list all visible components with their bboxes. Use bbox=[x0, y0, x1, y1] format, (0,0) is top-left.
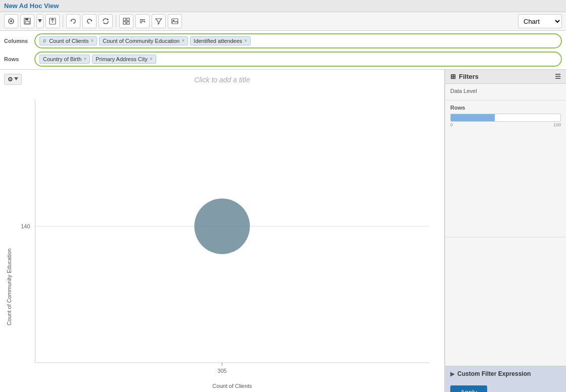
rows-filter-bar[interactable] bbox=[450, 114, 561, 122]
rows-filter-label: Rows bbox=[450, 105, 561, 111]
chip-primary-address-city[interactable]: Primary Address City × bbox=[92, 55, 156, 64]
svg-text:140: 140 bbox=[21, 223, 30, 229]
filters-header-left: ⊞ Filters bbox=[450, 73, 479, 80]
chip-identified-attendees-close[interactable]: × bbox=[244, 38, 247, 43]
toolbar: Table Chart Crosstab bbox=[0, 12, 566, 31]
right-panel: ⊞ Filters ☰ Data Level Rows 0 100 ▶ bbox=[445, 70, 566, 392]
chart-title[interactable]: Click to add a title bbox=[0, 70, 444, 84]
save-button[interactable] bbox=[20, 14, 34, 28]
redo-button[interactable] bbox=[82, 14, 97, 28]
tick-end: 100 bbox=[553, 122, 561, 127]
chip-country-birth[interactable]: Country of Birth × bbox=[39, 55, 90, 64]
svg-rect-14 bbox=[127, 22, 129, 24]
tick-start: 0 bbox=[450, 122, 453, 127]
main-area: ⚙ Click to add a title 140 305 bbox=[0, 70, 566, 392]
chart-toolbar: ⚙ bbox=[4, 74, 22, 85]
chart-svg-container: 140 305 Count of Community Education Cou… bbox=[0, 90, 444, 392]
data-level-label: Data Level bbox=[450, 88, 561, 94]
export-button[interactable] bbox=[45, 14, 60, 28]
svg-point-1 bbox=[10, 20, 12, 22]
chip-count-community[interactable]: Count of Community Education × bbox=[99, 36, 188, 45]
chip-primary-address-city-close[interactable]: × bbox=[150, 57, 153, 62]
svg-marker-10 bbox=[107, 19, 109, 21]
chip-count-community-close[interactable]: × bbox=[181, 38, 184, 43]
sort-button[interactable] bbox=[135, 14, 150, 28]
fields-bar: Columns # Count of Clients × Count of Co… bbox=[0, 31, 566, 70]
title-bar: New Ad Hoc View bbox=[0, 0, 566, 12]
page-title: New Ad Hoc View bbox=[4, 2, 59, 10]
rows-ticks: 0 100 bbox=[450, 122, 561, 127]
svg-rect-11 bbox=[123, 18, 126, 21]
svg-text:Count of Clients: Count of Clients bbox=[212, 383, 252, 389]
apply-button[interactable]: Apply bbox=[450, 385, 487, 392]
grid-button[interactable] bbox=[119, 14, 133, 28]
columns-label: Columns bbox=[4, 38, 34, 44]
refresh-button[interactable] bbox=[99, 14, 113, 28]
chip-identified-attendees[interactable]: Identified attendees × bbox=[190, 36, 251, 45]
image-button[interactable] bbox=[168, 14, 182, 28]
chip-primary-address-city-label: Primary Address City bbox=[96, 56, 148, 62]
chip-count-clients-label: Count of Clients bbox=[49, 38, 88, 44]
rows-row: Rows Country of Birth × Primary Address … bbox=[0, 50, 566, 68]
filter-button[interactable] bbox=[152, 14, 166, 28]
custom-filter-section: ▶ Custom Filter Expression Apply bbox=[445, 366, 566, 392]
panel-spacer bbox=[445, 237, 566, 366]
rows-chips-wrapper: Country of Birth × Primary Address City … bbox=[34, 52, 562, 67]
view-button[interactable] bbox=[4, 14, 18, 28]
chip-identified-attendees-label: Identified attendees bbox=[194, 38, 242, 44]
apply-btn-container: Apply bbox=[445, 381, 566, 392]
svg-rect-12 bbox=[127, 18, 129, 21]
svg-text:Count of Community Education: Count of Community Education bbox=[6, 249, 12, 325]
filters-title: Filters bbox=[459, 73, 479, 80]
data-level-section: Data Level bbox=[445, 84, 566, 101]
rows-filter-section: Rows 0 100 bbox=[445, 101, 566, 237]
rows-label: Rows bbox=[4, 56, 34, 62]
chip-count-community-label: Count of Community Education bbox=[103, 38, 179, 44]
hash-icon-1: # bbox=[43, 38, 46, 44]
svg-rect-13 bbox=[123, 22, 126, 24]
chevron-down-icon bbox=[14, 77, 18, 81]
svg-rect-4 bbox=[25, 21, 29, 24]
filters-menu-icon[interactable]: ☰ bbox=[555, 73, 561, 80]
columns-row: Columns # Count of Clients × Count of Co… bbox=[0, 32, 566, 50]
chip-country-birth-close[interactable]: × bbox=[83, 57, 86, 62]
undo-button[interactable] bbox=[66, 14, 80, 28]
chart-gear-button[interactable]: ⚙ bbox=[4, 74, 22, 85]
separator-2 bbox=[116, 15, 116, 27]
custom-filter-arrow-icon: ▶ bbox=[450, 371, 454, 377]
chart-bubble bbox=[195, 199, 250, 254]
separator-1 bbox=[63, 15, 63, 27]
columns-chips-wrapper: # Count of Clients × Count of Community … bbox=[34, 33, 562, 48]
svg-rect-19 bbox=[172, 19, 178, 24]
custom-filter-label: Custom Filter Expression bbox=[457, 370, 531, 377]
chip-country-birth-label: Country of Birth bbox=[43, 56, 81, 62]
save-dropdown-button[interactable] bbox=[36, 14, 43, 28]
gear-icon: ⚙ bbox=[8, 76, 13, 83]
chart-area: ⚙ Click to add a title 140 305 bbox=[0, 70, 445, 392]
rows-filter-fill bbox=[451, 114, 495, 121]
custom-filter-header[interactable]: ▶ Custom Filter Expression bbox=[445, 366, 566, 381]
filters-header: ⊞ Filters ☰ bbox=[445, 70, 566, 84]
filter-funnel-icon: ⊞ bbox=[450, 73, 456, 80]
chart-type-select[interactable]: Table Chart Crosstab bbox=[518, 14, 562, 28]
svg-marker-5 bbox=[38, 19, 42, 23]
chip-count-clients[interactable]: # Count of Clients × bbox=[39, 36, 97, 45]
svg-marker-18 bbox=[144, 21, 146, 22]
chart-svg: 140 305 Count of Community Education Cou… bbox=[0, 90, 444, 392]
svg-text:305: 305 bbox=[217, 368, 226, 374]
chip-count-clients-close[interactable]: × bbox=[90, 38, 93, 43]
svg-rect-3 bbox=[25, 18, 28, 20]
svg-marker-21 bbox=[14, 77, 18, 80]
